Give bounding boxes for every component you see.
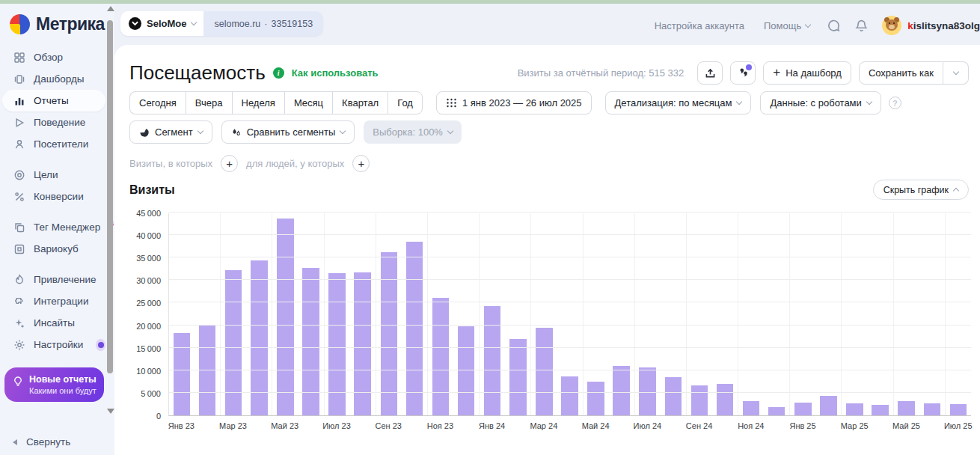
bar-slot bbox=[427, 213, 453, 415]
bar-Июл 24[interactable] bbox=[639, 367, 656, 415]
data-mode-dropdown[interactable]: Данные: с роботами bbox=[760, 91, 881, 114]
bar-Дек 23[interactable] bbox=[458, 326, 475, 415]
bar-slot bbox=[868, 213, 893, 415]
hide-chart-button[interactable]: Скрыть график bbox=[873, 180, 969, 200]
feedback-chat-icon[interactable] bbox=[827, 19, 841, 33]
bar-Сен 23[interactable] bbox=[381, 252, 398, 415]
bar-Янв 24[interactable] bbox=[484, 306, 501, 415]
export-button[interactable] bbox=[697, 61, 723, 85]
period-tab-вчера[interactable]: Вчера bbox=[186, 91, 232, 114]
bar-Дек 24[interactable] bbox=[768, 407, 785, 415]
counter-selector[interactable]: SeloMoe bbox=[120, 11, 203, 36]
sidebar-item-overview[interactable]: Обзор bbox=[2, 46, 105, 68]
sidebar-item-dashboards[interactable]: Дашборды bbox=[2, 68, 105, 90]
bar-slot bbox=[402, 213, 427, 415]
bar-slot bbox=[945, 213, 971, 415]
chevron-down-icon bbox=[340, 128, 346, 134]
bar-Мар 24[interactable] bbox=[536, 328, 553, 415]
sidebar-item-visitors[interactable]: Посетители bbox=[2, 133, 105, 155]
bar-Ноя 24[interactable] bbox=[743, 401, 760, 415]
sidebar-item-goals[interactable]: Цели bbox=[2, 164, 105, 186]
sidebar-item-settings[interactable]: Настройки bbox=[2, 334, 105, 355]
bar-Апр 25[interactable] bbox=[872, 405, 889, 415]
add-to-dashboard-button[interactable]: + На дашборд bbox=[763, 61, 851, 85]
bar-Июн 24[interactable] bbox=[613, 366, 630, 415]
comments-button[interactable] bbox=[730, 61, 756, 85]
bar-Июл 25[interactable] bbox=[950, 404, 967, 415]
period-tab-сегодня[interactable]: Сегодня bbox=[129, 91, 186, 114]
bar-Ноя 23[interactable] bbox=[432, 298, 450, 415]
bar-Окт 23[interactable] bbox=[406, 242, 423, 415]
chevron-down-icon bbox=[805, 21, 811, 27]
info-icon[interactable]: i bbox=[273, 67, 284, 79]
new-reports-promo-banner[interactable]: Новые отчеты Какими они будут bbox=[4, 367, 104, 402]
bar-Окт 24[interactable] bbox=[717, 384, 734, 415]
sidebar-item-integrations[interactable]: Интеграции bbox=[2, 290, 105, 312]
bar-Май 24[interactable] bbox=[587, 382, 604, 415]
sidebar-scroll-up-arrow[interactable] bbox=[107, 6, 114, 11]
bar-Июн 25[interactable] bbox=[924, 403, 941, 415]
add-people-filter-button[interactable]: + bbox=[352, 155, 370, 172]
help-menu[interactable]: Помощь bbox=[764, 20, 810, 31]
collapse-sidebar-button[interactable]: Свернуть bbox=[13, 436, 70, 448]
period-tab-неделя[interactable]: Неделя bbox=[232, 91, 284, 114]
period-tab-месяц[interactable]: Месяц bbox=[284, 91, 332, 114]
sampling-dropdown[interactable]: Выборка: 100% bbox=[364, 120, 462, 144]
bar-Фев 25[interactable] bbox=[820, 396, 837, 415]
bar-Май 23[interactable] bbox=[277, 219, 294, 415]
bar-Апр 24[interactable] bbox=[561, 376, 578, 415]
segment-dropdown[interactable]: Сегмент bbox=[129, 120, 212, 144]
goals-icon bbox=[13, 169, 25, 181]
bar-Июл 23[interactable] bbox=[328, 273, 346, 415]
how-to-use-link[interactable]: Как использовать bbox=[292, 67, 379, 79]
bar-Авг 23[interactable] bbox=[354, 272, 371, 415]
detalization-dropdown[interactable]: Детализация: по месяцам bbox=[605, 91, 752, 114]
sidebar-scrollbar[interactable] bbox=[107, 20, 113, 373]
metrika-logo[interactable]: Метрика bbox=[0, 4, 114, 45]
question-help-icon[interactable]: ? bbox=[889, 97, 901, 109]
sidebar-item-insights[interactable]: Инсайты bbox=[2, 312, 105, 334]
sidebar-item-reports[interactable]: Отчеты bbox=[2, 90, 105, 112]
user-avatar[interactable] bbox=[882, 16, 901, 35]
sidebar-item-variocube[interactable]: Вариокуб bbox=[2, 238, 105, 260]
sidebar-item-label: Вариокуб bbox=[34, 243, 79, 254]
username[interactable]: kislitsyna83olg bbox=[907, 20, 980, 31]
sidebar-item-label: Интеграции bbox=[34, 296, 88, 307]
save-as-button[interactable]: Сохранить как bbox=[859, 61, 943, 85]
date-range-picker[interactable]: 1 янв 2023 — 26 июл 2025 bbox=[436, 91, 592, 114]
bar-slot bbox=[738, 213, 764, 415]
account-settings-link[interactable]: Настройка аккаунта bbox=[655, 20, 744, 31]
bar-Янв 25[interactable] bbox=[794, 403, 812, 415]
gridline bbox=[169, 370, 971, 370]
bar-Фев 24[interactable] bbox=[509, 339, 527, 415]
save-as-dropdown-button[interactable] bbox=[943, 61, 969, 85]
period-tab-квартал[interactable]: Квартал bbox=[332, 91, 388, 114]
bar-Мар 23[interactable] bbox=[225, 270, 242, 415]
counter-name: SeloMoe bbox=[147, 18, 186, 29]
sidebar-item-tag-manager[interactable]: Тег Менеджерβ bbox=[2, 216, 105, 238]
compare-segments-dropdown[interactable]: Сравнить сегменты bbox=[221, 120, 355, 144]
bar-Авг 24[interactable] bbox=[665, 377, 682, 415]
notifications-bell-icon[interactable] bbox=[854, 19, 869, 33]
counter-domain-id[interactable]: selomoe.ru · 33519153 bbox=[203, 11, 323, 36]
sidebar-scroll-down-arrow[interactable] bbox=[107, 409, 114, 414]
sidebar-item-label: Привлечение bbox=[34, 274, 97, 285]
bar-Сен 24[interactable] bbox=[691, 385, 708, 415]
behavior-icon bbox=[13, 117, 25, 129]
sidebar-item-label: Цели bbox=[34, 169, 58, 180]
add-visit-filter-button[interactable]: + bbox=[221, 155, 238, 172]
segment-controls-row: Сегмент Сравнить сегменты Выборка: 100% bbox=[129, 120, 462, 144]
sidebar-item-behavior[interactable]: Поведение bbox=[2, 112, 105, 133]
bar-Янв 23[interactable] bbox=[174, 333, 191, 415]
bar-Мар 25[interactable] bbox=[846, 403, 863, 415]
sidebar-item-conversions[interactable]: Конверсии bbox=[2, 186, 105, 207]
sidebar-item-acquisition[interactable]: Привлечение bbox=[2, 269, 105, 290]
x-axis-tick-label: Ноя 23 bbox=[427, 421, 453, 430]
bar-Фев 23[interactable] bbox=[199, 326, 216, 415]
gridline bbox=[169, 392, 971, 393]
period-tab-год[interactable]: Год bbox=[388, 91, 423, 114]
y-axis-tick-label: 30 000 bbox=[136, 276, 161, 285]
gridline bbox=[169, 234, 971, 235]
bar-Май 25[interactable] bbox=[898, 401, 915, 415]
bar-Июн 23[interactable] bbox=[302, 268, 319, 415]
